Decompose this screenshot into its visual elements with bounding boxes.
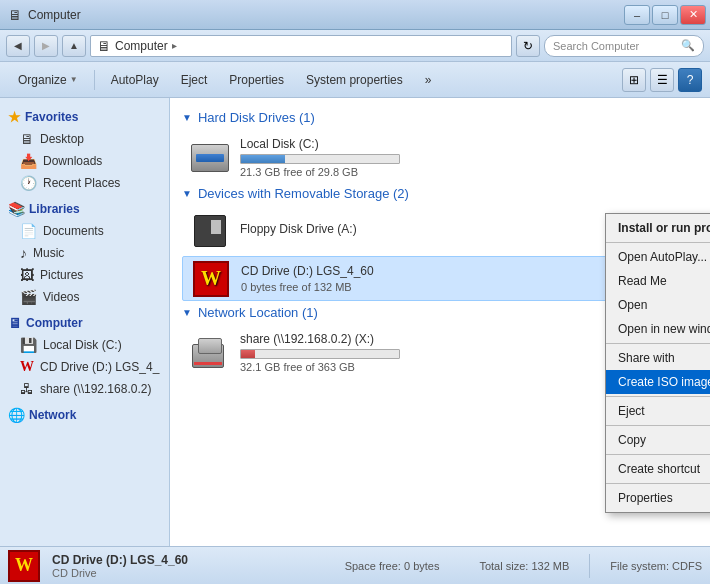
ctx-item-open[interactable]: Open bbox=[606, 293, 710, 317]
music-icon: ♪ bbox=[20, 245, 27, 261]
title-bar-left: 🖥 Computer bbox=[8, 7, 81, 23]
removable-arrow: ▼ bbox=[182, 188, 192, 199]
minimize-button[interactable]: – bbox=[624, 5, 650, 25]
context-menu: Install or run program from your media O… bbox=[605, 213, 710, 513]
refresh-button[interactable]: ↻ bbox=[516, 35, 540, 57]
local-disk-drive-item[interactable]: Local Disk (C:) 21.3 GB free of 29.8 GB bbox=[182, 133, 698, 182]
forward-button[interactable]: ▶ bbox=[34, 35, 58, 57]
sidebar-item-videos[interactable]: 🎬 Videos bbox=[0, 286, 169, 308]
videos-icon: 🎬 bbox=[20, 289, 37, 305]
local-disk-progress-bg bbox=[240, 154, 400, 164]
hard-disk-section-title: Hard Disk Drives (1) bbox=[198, 110, 315, 125]
ctx-item-properties[interactable]: Properties bbox=[606, 486, 710, 510]
sidebar-item-recent-places[interactable]: 🕐 Recent Places bbox=[0, 172, 169, 194]
toolbar-separator-1 bbox=[94, 70, 95, 90]
local-disk-drive-icon bbox=[190, 140, 230, 175]
documents-icon: 📄 bbox=[20, 223, 37, 239]
ctx-item-install[interactable]: Install or run program from your media bbox=[606, 216, 710, 240]
downloads-icon: 📥 bbox=[20, 153, 37, 169]
hard-disk-section-header: ▼ Hard Disk Drives (1) bbox=[182, 110, 698, 125]
recent-places-icon: 🕐 bbox=[20, 175, 37, 191]
sidebar-item-local-disk[interactable]: 💾 Local Disk (C:) bbox=[0, 334, 169, 356]
address-bar: ◀ ▶ ▲ 🖥 Computer ▸ ↻ Search Computer 🔍 bbox=[0, 30, 710, 62]
local-disk-icon: 💾 bbox=[20, 337, 37, 353]
back-button[interactable]: ◀ bbox=[6, 35, 30, 57]
title-bar: 🖥 Computer – □ ✕ bbox=[0, 0, 710, 30]
share-icon: 🖧 bbox=[20, 381, 34, 397]
ctx-separator-3 bbox=[606, 396, 710, 397]
eject-button[interactable]: Eject bbox=[171, 66, 218, 94]
status-drive-icon: W bbox=[8, 550, 40, 582]
ctx-item-create-iso[interactable]: Create ISO image bbox=[606, 370, 710, 394]
network-sidebar-icon: 🌐 bbox=[8, 407, 25, 423]
status-details: Space free: 0 bytes Total size: 132 MB bbox=[345, 560, 570, 572]
sidebar-item-documents[interactable]: 📄 Documents bbox=[0, 220, 169, 242]
hard-disk-arrow: ▼ bbox=[182, 112, 192, 123]
sidebar-section-network: 🌐 Network bbox=[0, 404, 169, 426]
autoplay-button[interactable]: AutoPlay bbox=[101, 66, 169, 94]
window-icon: 🖥 bbox=[8, 7, 22, 23]
sidebar-item-music[interactable]: ♪ Music bbox=[0, 242, 169, 264]
ctx-item-copy[interactable]: Copy bbox=[606, 428, 710, 452]
address-text: Computer bbox=[115, 39, 168, 53]
address-field[interactable]: 🖥 Computer ▸ bbox=[90, 35, 512, 57]
desktop-icon: 🖥 bbox=[20, 131, 34, 147]
help-button[interactable]: ? bbox=[678, 68, 702, 92]
sidebar-header-favorites[interactable]: ★ Favorites bbox=[0, 106, 169, 128]
more-button[interactable]: » bbox=[415, 66, 442, 94]
share-progress-bg bbox=[240, 349, 400, 359]
sidebar: ★ Favorites 🖥 Desktop 📥 Downloads 🕐 Rece… bbox=[0, 98, 170, 546]
ctx-item-eject[interactable]: Eject bbox=[606, 399, 710, 423]
organize-button[interactable]: Organize ▼ bbox=[8, 66, 88, 94]
maximize-button[interactable]: □ bbox=[652, 5, 678, 25]
properties-button[interactable]: Properties bbox=[219, 66, 294, 94]
search-field[interactable]: Search Computer 🔍 bbox=[544, 35, 704, 57]
ctx-separator-5 bbox=[606, 454, 710, 455]
sidebar-item-desktop[interactable]: 🖥 Desktop bbox=[0, 128, 169, 150]
cd-drive-icon: W bbox=[191, 261, 231, 296]
sidebar-header-libraries[interactable]: 📚 Libraries bbox=[0, 198, 169, 220]
ctx-item-create-shortcut[interactable]: Create shortcut bbox=[606, 457, 710, 481]
ctx-separator-1 bbox=[606, 242, 710, 243]
organize-arrow: ▼ bbox=[70, 75, 78, 84]
ctx-item-read-me[interactable]: Read Me bbox=[606, 269, 710, 293]
removable-section-header: ▼ Devices with Removable Storage (2) bbox=[182, 186, 698, 201]
ctx-item-share-with[interactable]: Share with ▶ bbox=[606, 346, 710, 370]
network-section-title: Network Location (1) bbox=[198, 305, 318, 320]
libraries-icon: 📚 bbox=[8, 201, 25, 217]
ctx-item-open-autoplay[interactable]: Open AutoPlay... bbox=[606, 245, 710, 269]
floppy-drive-icon bbox=[190, 213, 230, 248]
title-bar-controls: – □ ✕ bbox=[624, 5, 706, 25]
share-drive-icon bbox=[190, 335, 230, 370]
close-button[interactable]: ✕ bbox=[680, 5, 706, 25]
system-properties-button[interactable]: System properties bbox=[296, 66, 413, 94]
view-options-button[interactable]: ⊞ bbox=[622, 68, 646, 92]
status-separator bbox=[589, 554, 590, 578]
up-button[interactable]: ▲ bbox=[62, 35, 86, 57]
cd-drive-sidebar-icon: W bbox=[20, 359, 34, 375]
sidebar-item-cd-drive[interactable]: W CD Drive (D:) LGS_4_ bbox=[0, 356, 169, 378]
pictures-icon: 🖼 bbox=[20, 267, 34, 283]
toolbar: Organize ▼ AutoPlay Eject Properties Sys… bbox=[0, 62, 710, 98]
removable-section-title: Devices with Removable Storage (2) bbox=[198, 186, 409, 201]
sidebar-item-downloads[interactable]: 📥 Downloads bbox=[0, 150, 169, 172]
sidebar-header-network[interactable]: 🌐 Network bbox=[0, 404, 169, 426]
local-disk-drive-info: Local Disk (C:) 21.3 GB free of 29.8 GB bbox=[240, 137, 690, 178]
address-dropdown-arrow[interactable]: ▸ bbox=[172, 40, 177, 51]
main-panel: ▼ Hard Disk Drives (1) Local Disk (C:) 2… bbox=[170, 98, 710, 546]
search-icon: 🔍 bbox=[681, 39, 695, 52]
window-title: Computer bbox=[28, 8, 81, 22]
sidebar-item-share[interactable]: 🖧 share (\\192.168.0.2) bbox=[0, 378, 169, 400]
sidebar-header-computer[interactable]: 🖥 Computer bbox=[0, 312, 169, 334]
sidebar-item-pictures[interactable]: 🖼 Pictures bbox=[0, 264, 169, 286]
ctx-item-open-new-window[interactable]: Open in new window bbox=[606, 317, 710, 341]
status-info: CD Drive (D:) LGS_4_60 CD Drive bbox=[52, 553, 333, 579]
ctx-separator-2 bbox=[606, 343, 710, 344]
floppy-icon-shape bbox=[194, 215, 226, 247]
view-button[interactable]: ☰ bbox=[650, 68, 674, 92]
ctx-separator-4 bbox=[606, 425, 710, 426]
status-bar: W CD Drive (D:) LGS_4_60 CD Drive Space … bbox=[0, 546, 710, 584]
network-arrow: ▼ bbox=[182, 307, 192, 318]
content-area: ★ Favorites 🖥 Desktop 📥 Downloads 🕐 Rece… bbox=[0, 98, 710, 546]
sidebar-section-computer: 🖥 Computer 💾 Local Disk (C:) W CD Drive … bbox=[0, 312, 169, 400]
